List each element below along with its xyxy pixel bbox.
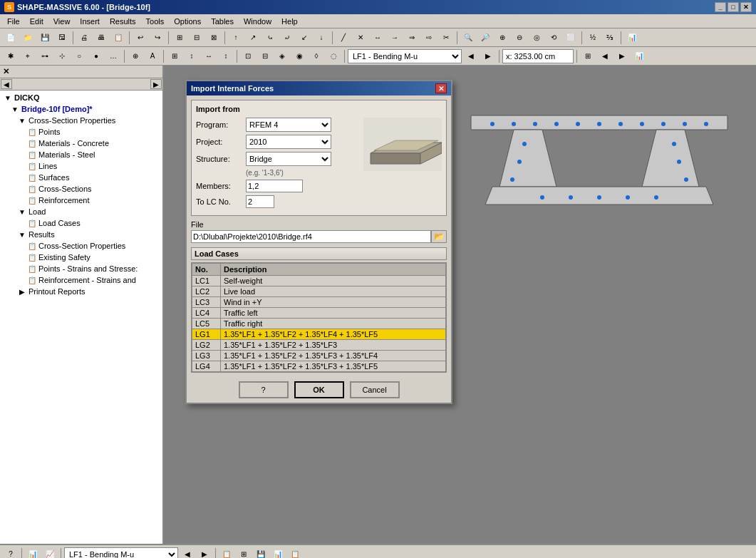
load-case-row[interactable]: LG41.35*LF1 + 1.35*LF2 + 1.35*LF3 + 1.35… xyxy=(192,361,446,372)
help-btn[interactable]: ? xyxy=(239,381,289,398)
tb2-9[interactable]: A xyxy=(145,48,160,64)
print3-btn[interactable]: 📋 xyxy=(110,30,126,46)
load-case-row[interactable]: LC3Wind in +Y xyxy=(192,297,446,308)
tree-mat-conc[interactable]: 📋 Materials - Concrete xyxy=(1,138,161,149)
new-btn[interactable]: 📄 xyxy=(3,30,19,46)
minimize-btn[interactable]: _ xyxy=(715,2,726,12)
tb6[interactable]: ⤿ xyxy=(262,30,278,46)
load-case-row[interactable]: LG11.35*LF1 + 1.35*LF2 + 1.35*LF4 + 1.35… xyxy=(192,329,446,340)
tb15[interactable]: ⇨ xyxy=(421,30,437,46)
tb21[interactable]: ◎ xyxy=(529,30,544,46)
menu-insert[interactable]: Insert xyxy=(76,16,104,27)
tree-cross-sections[interactable]: 📋 Cross-Sections xyxy=(1,183,161,195)
tb2-19[interactable]: ◌ xyxy=(326,48,341,64)
tb5[interactable]: ↗ xyxy=(245,30,261,46)
tb2-7[interactable]: … xyxy=(105,48,121,64)
tree-surfaces[interactable]: 📋 Surfaces xyxy=(1,172,161,183)
bt-2[interactable]: 📊 xyxy=(25,547,41,559)
tree-csp[interactable]: ▼ Cross-Section Properties xyxy=(1,115,161,126)
tb2[interactable]: ⊟ xyxy=(189,30,204,46)
file-path-input[interactable] xyxy=(191,230,431,243)
bt-7[interactable]: 📊 xyxy=(270,547,286,559)
tree-printout[interactable]: ▶ Printout Reports xyxy=(1,286,161,297)
tb2-2[interactable]: ⌖ xyxy=(20,48,36,64)
menu-window[interactable]: Window xyxy=(239,16,276,27)
print2-btn[interactable]: 🖶 xyxy=(93,30,109,46)
maximize-btn[interactable]: □ xyxy=(727,2,739,12)
load-case-row[interactable]: LC4Traffic left xyxy=(192,308,446,319)
open-btn[interactable]: 📁 xyxy=(20,30,36,46)
tb17[interactable]: 🔍 xyxy=(460,30,476,46)
tb2-13[interactable]: ↕ xyxy=(218,48,234,64)
tb2-8[interactable]: ⊕ xyxy=(128,48,143,64)
tree-res-safety[interactable]: 📋 Existing Safety xyxy=(1,252,161,263)
tb7[interactable]: ⤾ xyxy=(279,30,295,46)
tree-res-strains[interactable]: 📋 Points - Strains and Stresse: xyxy=(1,263,161,274)
tb2-10[interactable]: ⊞ xyxy=(167,48,182,64)
tb25[interactable]: ⅔ xyxy=(602,30,618,46)
tb2-5[interactable]: ○ xyxy=(71,48,87,64)
tree-results[interactable]: ▼ Results xyxy=(1,229,161,240)
tb3[interactable]: ⊠ xyxy=(206,30,222,46)
program-select[interactable]: RFEM 4 xyxy=(246,118,331,132)
bt-next[interactable]: ▶ xyxy=(197,547,212,559)
tb2-23[interactable]: ◀ xyxy=(597,48,613,64)
tb2-12[interactable]: ↔ xyxy=(201,48,217,64)
tb2-25[interactable]: 📊 xyxy=(631,48,647,64)
bt-1[interactable]: ? xyxy=(3,547,19,559)
ok-btn[interactable]: OK xyxy=(294,381,344,398)
menu-help[interactable]: Help xyxy=(277,16,302,27)
tb22[interactable]: ⟲ xyxy=(546,30,561,46)
tree-root[interactable]: ▼ DICKQ xyxy=(1,92,161,103)
dialog-close-btn[interactable]: ✕ xyxy=(435,83,447,93)
load-case-row[interactable]: LC5Traffic right xyxy=(192,319,446,329)
close-btn[interactable]: ✕ xyxy=(740,2,752,12)
save-btn[interactable]: 💾 xyxy=(37,30,53,46)
scroll-right-btn[interactable]: ▶ xyxy=(150,79,162,89)
tb2-21[interactable]: ▶ xyxy=(480,48,496,64)
bt-4[interactable]: 📋 xyxy=(219,547,234,559)
cancel-btn[interactable]: Cancel xyxy=(350,381,400,398)
tree-lines[interactable]: 📋 Lines xyxy=(1,160,161,172)
tb1[interactable]: ⊞ xyxy=(172,30,187,46)
menu-view[interactable]: View xyxy=(49,16,75,27)
tb19[interactable]: ⊕ xyxy=(494,30,510,46)
tb4[interactable]: ↑ xyxy=(228,30,244,46)
tree-project[interactable]: ▼ Bridge-10f [Demo]* xyxy=(1,103,161,115)
tb11[interactable]: ✕ xyxy=(353,30,368,46)
tb23[interactable]: ⬜ xyxy=(563,30,579,46)
tree-res-csp[interactable]: 📋 Cross-Section Properties xyxy=(1,240,161,252)
tb2-11[interactable]: ↕ xyxy=(184,48,200,64)
load-case-row[interactable]: LG31.35*LF1 + 1.35*LF2 + 1.35*LF3 + 1.35… xyxy=(192,351,446,361)
menu-file[interactable]: File xyxy=(3,16,24,27)
tb12[interactable]: ↔ xyxy=(370,30,385,46)
tb2-6[interactable]: ● xyxy=(88,48,104,64)
tb26[interactable]: 📊 xyxy=(624,30,640,46)
tb20[interactable]: ⊖ xyxy=(512,30,527,46)
panel-close-btn[interactable]: ✕ xyxy=(3,67,9,76)
redo-btn[interactable]: ↪ xyxy=(150,30,165,46)
tb8[interactable]: ↙ xyxy=(296,30,312,46)
tree-points[interactable]: 📋 Points xyxy=(1,126,161,138)
load-cases-table-wrapper[interactable]: No. Description LC1Self-weightLC2Live lo… xyxy=(191,262,447,373)
tree-res-reinf[interactable]: 📋 Reinforcement - Strains and xyxy=(1,274,161,286)
menu-options[interactable]: Options xyxy=(170,16,205,27)
tb13[interactable]: → xyxy=(387,30,403,46)
tree-mat-steel[interactable]: 📋 Materials - Steel xyxy=(1,149,161,160)
lc-dropdown[interactable]: LF1 - Bending M-u xyxy=(348,49,462,63)
tb2-17[interactable]: ◉ xyxy=(291,48,307,64)
load-case-row[interactable]: LG21.35*LF1 + 1.35*LF2 + 1.35*LF3 xyxy=(192,340,446,351)
menu-results[interactable]: Results xyxy=(105,16,140,27)
save2-btn[interactable]: 🖫 xyxy=(54,30,70,46)
bt-prev[interactable]: ◀ xyxy=(180,547,195,559)
tb2-16[interactable]: ◈ xyxy=(274,48,290,64)
tb2-14[interactable]: ⊡ xyxy=(240,48,256,64)
project-select[interactable]: 2010 xyxy=(246,135,331,149)
structure-select[interactable]: Bridge xyxy=(246,152,331,166)
load-case-row[interactable]: LC1Self-weight xyxy=(192,276,446,286)
members-input[interactable] xyxy=(246,180,303,192)
tb2-22[interactable]: ⊞ xyxy=(580,48,596,64)
menu-tools[interactable]: Tools xyxy=(142,16,169,27)
print-btn[interactable]: 🖨 xyxy=(76,30,92,46)
tb2-18[interactable]: ◊ xyxy=(309,48,324,64)
